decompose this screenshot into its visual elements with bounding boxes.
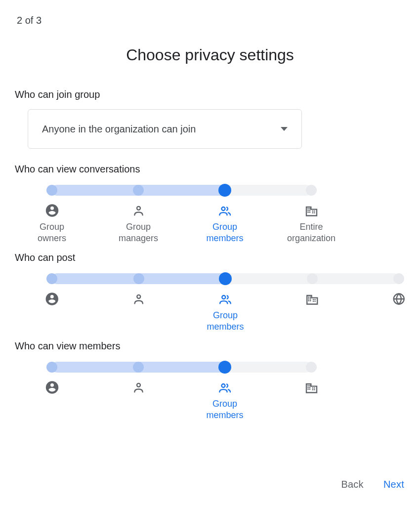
slider-stop-dot[interactable] xyxy=(46,273,57,284)
domain-icon xyxy=(304,204,318,217)
privacy-settings-page: 2 of 3 Choose privacy settings Who can j… xyxy=(0,0,420,506)
slider-stop[interactable] xyxy=(95,292,182,310)
slider-stop[interactable]: Group owners xyxy=(9,204,95,245)
public-icon xyxy=(392,292,406,306)
post-label: Who can post xyxy=(15,252,405,263)
who-can-join-selected: Anyone in the organization can join xyxy=(42,124,196,135)
view-conversations-slider[interactable]: Group owners Group managers Group member… xyxy=(15,184,405,248)
slider-stop-dot[interactable] xyxy=(133,273,144,284)
slider-stop-dot[interactable] xyxy=(133,362,144,373)
group-icon xyxy=(218,204,232,217)
slider-stop-dot[interactable] xyxy=(46,362,57,373)
view-members-slider[interactable]: Group members xyxy=(15,361,405,425)
group-icon xyxy=(218,380,232,394)
wizard-footer: Back Next xyxy=(339,475,406,494)
slider-stop-dot[interactable] xyxy=(393,273,404,284)
slider-stop[interactable]: Group managers xyxy=(95,204,182,245)
slider-stop-label: Group managers xyxy=(119,221,158,245)
slider-stop[interactable]: Group members xyxy=(182,292,269,333)
slider-stop-label: Group members xyxy=(207,310,244,333)
next-button[interactable]: Next xyxy=(381,475,406,494)
slider-stop[interactable] xyxy=(9,380,95,398)
slider-stop-dot[interactable] xyxy=(219,272,232,285)
chevron-down-icon xyxy=(281,127,288,131)
slider-stop[interactable]: Group members xyxy=(182,380,268,422)
back-button[interactable]: Back xyxy=(339,475,365,494)
step-indicator: 2 of 3 xyxy=(17,15,405,26)
slider-stop-label: Entire organization xyxy=(287,221,336,245)
who-can-join-dropdown[interactable]: Anyone in the organization can join xyxy=(28,109,302,149)
slider-stop-label: Group members xyxy=(206,221,243,245)
post-section: Who can post Group members xyxy=(15,252,405,337)
slider-stop[interactable] xyxy=(268,380,355,398)
slider-stop[interactable] xyxy=(95,380,182,398)
page-title: Choose privacy settings xyxy=(15,46,405,64)
slider-stop-dot[interactable] xyxy=(306,185,317,196)
slider-stop-dot[interactable] xyxy=(218,361,231,374)
group-icon xyxy=(218,292,232,306)
account-circle-icon xyxy=(45,292,59,306)
slider-stop-label: Group members xyxy=(206,398,243,422)
view-members-label: Who can view members xyxy=(15,340,405,352)
slider-stop-dot[interactable] xyxy=(307,273,318,284)
who-can-join-label: Who can join group xyxy=(15,89,405,100)
who-can-join-section: Who can join group Anyone in the organiz… xyxy=(15,89,405,149)
domain-icon xyxy=(304,380,318,394)
person-icon xyxy=(131,204,145,217)
slider-stop-dot[interactable] xyxy=(218,184,231,197)
post-slider[interactable]: Group members xyxy=(15,272,405,337)
view-conversations-label: Who can view conversations xyxy=(15,164,405,175)
account-circle-icon xyxy=(45,204,59,217)
view-members-section: Who can view members Group members xyxy=(15,340,405,425)
slider-stop[interactable] xyxy=(355,292,420,310)
slider-stop[interactable] xyxy=(269,292,356,310)
slider-stop[interactable]: Group members xyxy=(182,204,268,245)
slider-stop-label: Group owners xyxy=(38,221,66,245)
view-conversations-section: Who can view conversations Group owners … xyxy=(15,164,405,248)
slider-stop-dot[interactable] xyxy=(46,185,57,196)
slider-stop[interactable]: Entire organization xyxy=(268,204,355,245)
slider-stop[interactable] xyxy=(8,292,95,310)
person-icon xyxy=(132,292,146,306)
slider-stop-dot[interactable] xyxy=(133,185,144,196)
slider-stop-dot[interactable] xyxy=(306,362,317,373)
account-circle-icon xyxy=(45,380,59,394)
person-icon xyxy=(131,380,145,394)
domain-icon xyxy=(305,292,319,306)
